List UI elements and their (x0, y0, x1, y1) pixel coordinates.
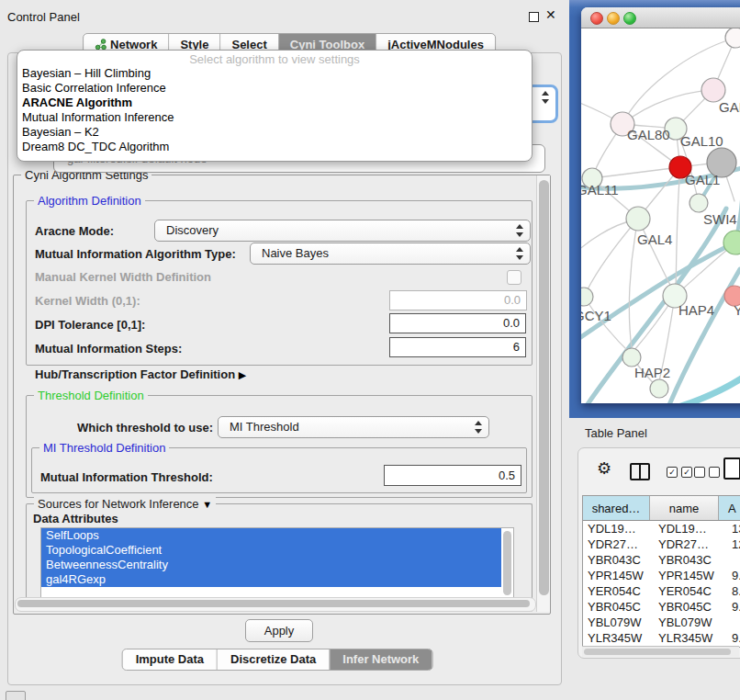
list-item[interactable]: gal4RGexp (41, 572, 501, 587)
node-label: GAL1 (685, 172, 720, 187)
table-cell[interactable]: YPR145W (583, 568, 654, 583)
caret-down-icon[interactable]: ▼ (202, 499, 212, 510)
dropdown-item-selected[interactable]: ARACNE Algorithm (17, 96, 532, 110)
which-threshold-label: Which threshold to use: (77, 421, 213, 435)
network-edge[interactable] (622, 90, 713, 124)
window-close-button[interactable] (590, 12, 603, 25)
settings-horizontal-scrollbar[interactable] (15, 597, 536, 612)
gear-icon[interactable]: ⚙ (597, 460, 611, 477)
table-horizontal-scrollbar[interactable] (582, 646, 739, 657)
table-cell[interactable]: YER054C (654, 583, 726, 599)
table-cell[interactable]: YBR043C (583, 552, 654, 568)
table-cell[interactable]: YBR045C (583, 599, 654, 615)
table-cell[interactable]: YLR345W (654, 630, 726, 646)
aracne-mode-combobox[interactable]: Discovery (154, 220, 531, 242)
manual-kernel-checkbox[interactable] (507, 270, 521, 285)
table-cell[interactable]: YBR045C (654, 599, 726, 615)
dropdown-item[interactable]: Basic Correlation Inference (17, 81, 532, 96)
table-cell[interactable]: YBR043C (654, 552, 726, 568)
network-node[interactable] (622, 348, 641, 367)
settings-vertical-scrollbar[interactable] (536, 175, 550, 612)
table-cell[interactable]: YBL079W (583, 615, 654, 630)
table-cell[interactable]: 12 (726, 536, 740, 552)
table-row[interactable]: YDR27…YDR27…12 (583, 536, 740, 552)
window-minimize-button[interactable] (607, 12, 620, 25)
mi-type-value: Naive Bayes (262, 246, 329, 260)
table-row[interactable]: YBL079WYBL079W (583, 615, 740, 630)
table-cell[interactable]: 9. (726, 599, 740, 615)
table-cell[interactable]: YDR27… (654, 536, 726, 552)
list-item[interactable]: SelfLoops (41, 528, 501, 543)
split-view-icon[interactable] (630, 463, 650, 480)
table-header: shared… name A (583, 496, 740, 521)
kernel-width-field[interactable]: 0.0 (389, 290, 527, 310)
table-cell[interactable]: YDL19… (583, 521, 654, 536)
sources-toggle[interactable]: Sources for Network Inference ▼ (34, 497, 216, 511)
table-panel-title: Table Panel (585, 426, 647, 440)
table-cell[interactable]: YDR27… (583, 536, 654, 552)
mi-type-combobox[interactable]: Naive Bayes (250, 243, 531, 265)
which-threshold-combobox[interactable]: MI Threshold (218, 416, 489, 438)
table-cell[interactable] (726, 615, 740, 630)
data-attributes-list[interactable]: SelfLoops TopologicalCoefficient Between… (40, 527, 514, 601)
table-cell[interactable]: 9. (726, 568, 740, 583)
table-row[interactable]: YDL19…YDL19…13 (583, 521, 740, 536)
dropdown-item[interactable]: Bayesian – K2 (17, 125, 532, 140)
table-cell[interactable]: YLR345W (583, 630, 654, 646)
dropdown-item[interactable]: Dream8 DC_TDC Algorithm (17, 140, 532, 154)
sources-title: Sources for Network Inference (38, 497, 199, 511)
dropdown-item[interactable]: Mutual Information Inference (17, 110, 532, 125)
aracne-mode-value: Discovery (166, 223, 219, 237)
table-row[interactable]: YLR345WYLR345W9. (583, 630, 740, 646)
network-edge[interactable] (581, 243, 735, 341)
list-item[interactable]: TopologicalCoefficient (41, 543, 501, 558)
column-header[interactable]: name (650, 496, 719, 520)
window-zoom-button[interactable] (623, 12, 636, 25)
list-scrollbar[interactable] (503, 531, 511, 595)
table-cell[interactable]: 9. (726, 630, 740, 646)
table-cell[interactable]: YPR145W (654, 568, 726, 583)
table-row[interactable]: YBR043CYBR043C (583, 552, 740, 568)
network-node[interactable] (581, 288, 593, 306)
column-header[interactable]: shared… (583, 496, 650, 520)
minimized-panel-button[interactable] (6, 691, 26, 700)
tab-impute-data[interactable]: Impute Data (123, 649, 217, 670)
network-node[interactable] (690, 194, 708, 212)
node-label: GCY1 (581, 308, 611, 323)
node-table: shared… name A YDL19…YDL19…13YDR27…YDR27… (582, 495, 740, 648)
network-node[interactable] (650, 379, 668, 398)
table-cell[interactable]: YDL19… (654, 521, 726, 536)
network-node[interactable] (626, 207, 650, 231)
table-cell[interactable]: YER054C (583, 583, 654, 599)
select-all-columns-icon[interactable]: ✓ ✓ (667, 467, 692, 478)
table-cell[interactable] (726, 552, 740, 568)
dpi-tolerance-field[interactable]: 0.0 (389, 313, 526, 333)
table-cell[interactable]: 13 (726, 521, 740, 536)
document-icon[interactable] (723, 457, 740, 480)
aracne-mode-label: Aracne Mode: (35, 224, 114, 238)
table-row[interactable]: YER054CYER054C8. (583, 583, 740, 599)
table-row[interactable]: YBR045CYBR045C9. (583, 599, 740, 615)
app-root: Control Panel ✕ Network Style Select Cyn… (0, 0, 740, 700)
tab-discretize-data[interactable]: Discretize Data (217, 649, 329, 670)
network-canvas[interactable]: GALGAL80GAL10GAL1GAL11SWI4GAL4GCY1HAP4YH… (581, 28, 740, 403)
mit-field[interactable]: 0.5 (384, 465, 521, 486)
network-node[interactable] (725, 28, 740, 48)
hub-definition-toggle[interactable]: Hub/Transcription Factor Definition ▶ (35, 367, 246, 381)
apply-button[interactable]: Apply (245, 619, 313, 642)
network-edge[interactable] (592, 167, 680, 178)
deselect-all-columns-icon[interactable] (694, 467, 720, 478)
float-window-icon[interactable] (529, 12, 539, 22)
tab-infer-network[interactable]: Infer Network (329, 649, 432, 670)
table-cell[interactable]: YBL079W (654, 615, 726, 630)
network-window-titlebar[interactable] (581, 7, 740, 28)
network-svg[interactable]: GALGAL80GAL10GAL1GAL11SWI4GAL4GCY1HAP4YH… (581, 28, 740, 403)
mi-steps-field[interactable]: 6 (389, 337, 526, 357)
dropdown-item[interactable]: Bayesian – Hill Climbing (17, 66, 532, 81)
table-row[interactable]: YPR145WYPR145W9. (583, 568, 740, 583)
close-icon[interactable]: ✕ (545, 7, 556, 22)
table-cell[interactable]: 8. (726, 583, 740, 599)
column-header[interactable]: A (719, 496, 740, 520)
list-item[interactable]: BetweennessCentrality (41, 558, 501, 572)
caret-right-icon[interactable]: ▶ (239, 369, 246, 380)
